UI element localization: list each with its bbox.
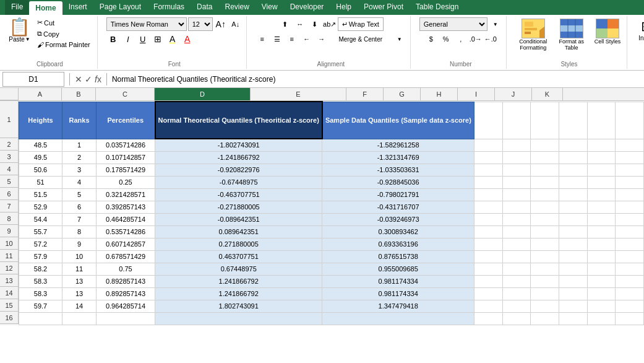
cell-14-A[interactable]: 58.3 [19,287,62,300]
indent-increase-button[interactable]: → [315,32,328,46]
cell-12-I[interactable] [559,263,587,275]
cell-16-A[interactable] [19,312,62,325]
number-dropdown-icon[interactable]: ▼ [489,17,502,31]
row-header-5[interactable]: 5 [0,175,19,188]
cell-15-F[interactable] [474,300,502,312]
cell-11-C[interactable]: 0.678571429 [97,250,155,263]
cell-9-F[interactable] [474,225,502,238]
cell-9-I[interactable] [559,225,587,238]
row-header-13[interactable]: 13 [0,274,19,287]
formula-input[interactable] [109,72,644,87]
cell-16-B[interactable] [62,312,97,325]
cell-4-K[interactable] [616,164,644,176]
increase-decimal-button[interactable]: ←.0 [484,32,497,46]
header-empty-G[interactable] [502,102,531,139]
cell-3-A[interactable]: 49.5 [19,151,62,164]
cell-16-F[interactable] [474,312,502,325]
row-header-12[interactable]: 12 [0,262,19,274]
cell-5-F[interactable] [474,176,502,188]
cell-4-C[interactable]: 0.178571429 [97,164,155,176]
col-header-k[interactable]: K [532,88,563,100]
cell-15-C[interactable]: 0.964285714 [97,300,155,312]
border-button[interactable]: ⊞ [151,32,165,46]
cell-13-G[interactable] [502,275,531,287]
cell-13-C[interactable]: 0.892857143 [97,275,155,287]
header-heights[interactable]: Heights [19,102,62,139]
cell-7-G[interactable] [502,201,531,213]
row-header-8[interactable]: 8 [0,212,19,225]
cell-3-G[interactable] [502,151,531,164]
cell-14-D[interactable]: 1.241866792 [155,287,322,300]
cell-10-K[interactable] [616,238,644,250]
row-header-15[interactable]: 15 [0,299,19,312]
cell-16-I[interactable] [559,312,587,325]
row-header-2[interactable]: 2 [0,138,19,151]
cell-6-A[interactable]: 51.5 [19,188,62,201]
cell-5-J[interactable] [587,176,616,188]
col-header-a[interactable]: A [19,88,62,100]
row-header-14[interactable]: 14 [0,287,19,299]
cell-11-G[interactable] [502,250,531,263]
cell-15-E[interactable]: 1.347479418 [322,300,474,312]
cell-3-C[interactable]: 0.107142857 [97,151,155,164]
cell-12-A[interactable]: 58.2 [19,263,62,275]
format-painter-button[interactable]: 🖌 Format Painter [34,40,93,50]
cell-7-I[interactable] [559,201,587,213]
cell-14-F[interactable] [474,287,502,300]
insert-function-button[interactable]: fx [95,74,101,84]
increase-font-button[interactable]: A↑ [214,17,228,31]
cell-14-J[interactable] [587,287,616,300]
cell-4-G[interactable] [502,164,531,176]
cell-12-G[interactable] [502,263,531,275]
cell-5-D[interactable]: -0.67448975 [155,176,322,188]
fill-color-button[interactable]: A [166,32,179,46]
cell-12-H[interactable] [531,263,559,275]
cell-15-D[interactable]: 1.802743091 [155,300,322,312]
cell-12-F[interactable] [474,263,502,275]
cell-8-G[interactable] [502,213,531,225]
cell-4-J[interactable] [587,164,616,176]
cell-5-A[interactable]: 51 [19,176,62,188]
cell-5-I[interactable] [559,176,587,188]
tab-home[interactable]: Home [29,1,62,15]
copy-button[interactable]: ⧉ Copy [34,28,93,39]
cell-14-I[interactable] [559,287,587,300]
row-header-1[interactable]: 1 [0,101,19,138]
cell-2-C[interactable]: 0.035714286 [97,139,155,151]
header-percentiles[interactable]: Percentiles [97,102,155,139]
cell-13-I[interactable] [559,275,587,287]
row-header-7[interactable]: 7 [0,200,19,212]
col-header-d[interactable]: D [155,88,251,100]
cell-14-K[interactable] [616,287,644,300]
font-name-select[interactable]: Times New Roman [106,17,187,31]
tab-help[interactable]: Help [330,0,358,15]
cell-8-D[interactable]: -0.089642351 [155,213,322,225]
cell-11-F[interactable] [474,250,502,263]
col-header-e[interactable]: E [251,88,346,100]
cell-2-B[interactable]: 1 [62,139,97,151]
cell-15-H[interactable] [531,300,559,312]
cell-15-B[interactable]: 14 [62,300,97,312]
cell-12-C[interactable]: 0.75 [97,263,155,275]
cell-13-H[interactable] [531,275,559,287]
cell-2-H[interactable] [531,139,559,151]
cell-9-J[interactable] [587,225,616,238]
decrease-font-button[interactable]: A↓ [229,17,243,31]
col-header-h[interactable]: H [421,88,458,100]
tab-review[interactable]: Review [218,0,255,15]
cell-7-H[interactable] [531,201,559,213]
font-size-select[interactable]: 12 [188,17,213,31]
cell-16-H[interactable] [531,312,559,325]
cell-5-B[interactable]: 4 [62,176,97,188]
cell-6-C[interactable]: 0.321428571 [97,188,155,201]
indent-decrease-button[interactable]: ← [300,32,314,46]
cell-3-H[interactable] [531,151,559,164]
row-header-10[interactable]: 10 [0,237,19,250]
paste-button[interactable]: 📋 Paste ▼ [6,17,33,44]
wrap-text-button[interactable]: ↵ Wrap Text [338,17,384,31]
tab-formulas[interactable]: Formulas [147,0,191,15]
cell-14-C[interactable]: 0.892857143 [97,287,155,300]
cell-10-E[interactable]: 0.693363196 [322,238,474,250]
cell-9-A[interactable]: 55.7 [19,225,62,238]
cell-10-J[interactable] [587,238,616,250]
